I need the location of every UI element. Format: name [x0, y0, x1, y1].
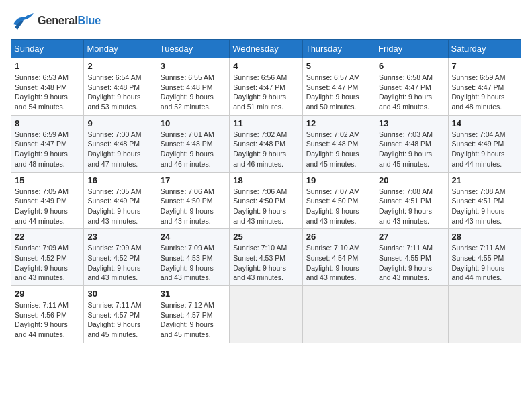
calendar-cell: 29Sunrise: 7:11 AMSunset: 4:56 PMDayligh… — [11, 286, 84, 343]
day-info: Sunrise: 7:11 AMSunset: 4:55 PMDaylight:… — [379, 243, 444, 283]
calendar-cell — [230, 286, 302, 343]
calendar-cell: 8Sunrise: 6:59 AMSunset: 4:47 PMDaylight… — [11, 115, 84, 172]
weekday-header-wednesday: Wednesday — [230, 40, 302, 58]
day-number: 27 — [379, 232, 444, 242]
calendar-cell: 5Sunrise: 6:57 AMSunset: 4:47 PMDaylight… — [302, 58, 375, 116]
weekday-header-monday: Monday — [84, 40, 157, 58]
day-number: 17 — [161, 175, 226, 185]
day-number: 4 — [233, 61, 298, 71]
day-info: Sunrise: 7:08 AMSunset: 4:51 PMDaylight:… — [379, 187, 444, 226]
calendar-cell — [375, 286, 448, 343]
day-info: Sunrise: 6:57 AMSunset: 4:47 PMDaylight:… — [306, 73, 371, 112]
calendar-week-2: 8Sunrise: 6:59 AMSunset: 4:47 PMDaylight… — [11, 115, 521, 172]
calendar-week-3: 15Sunrise: 7:05 AMSunset: 4:49 PMDayligh… — [11, 172, 521, 229]
calendar-cell: 22Sunrise: 7:09 AMSunset: 4:52 PMDayligh… — [11, 229, 84, 286]
calendar: SundayMondayTuesdayWednesdayThursdayFrid… — [11, 39, 521, 343]
logo-text: GeneralBlue — [38, 15, 101, 27]
day-number: 31 — [161, 289, 226, 299]
calendar-cell: 30Sunrise: 7:11 AMSunset: 4:57 PMDayligh… — [84, 286, 157, 343]
day-info: Sunrise: 7:11 AMSunset: 4:57 PMDaylight:… — [87, 300, 152, 340]
calendar-cell: 14Sunrise: 7:04 AMSunset: 4:49 PMDayligh… — [448, 115, 521, 172]
calendar-cell: 20Sunrise: 7:08 AMSunset: 4:51 PMDayligh… — [375, 172, 448, 229]
header: GeneralBlue — [11, 11, 521, 31]
weekday-header-friday: Friday — [375, 40, 448, 58]
calendar-cell: 31Sunrise: 7:12 AMSunset: 4:57 PMDayligh… — [157, 286, 229, 343]
day-info: Sunrise: 7:02 AMSunset: 4:48 PMDaylight:… — [233, 130, 298, 169]
calendar-cell: 23Sunrise: 7:09 AMSunset: 4:52 PMDayligh… — [84, 229, 157, 286]
weekday-header-sunday: Sunday — [11, 40, 84, 58]
day-info: Sunrise: 7:09 AMSunset: 4:52 PMDaylight:… — [15, 243, 80, 283]
day-info: Sunrise: 6:53 AMSunset: 4:48 PMDaylight:… — [15, 73, 80, 112]
day-info: Sunrise: 7:00 AMSunset: 4:48 PMDaylight:… — [87, 130, 152, 169]
day-info: Sunrise: 7:05 AMSunset: 4:49 PMDaylight:… — [15, 187, 80, 226]
day-number: 24 — [161, 232, 226, 242]
day-number: 26 — [306, 232, 371, 242]
calendar-cell: 27Sunrise: 7:11 AMSunset: 4:55 PMDayligh… — [375, 229, 448, 286]
calendar-cell: 3Sunrise: 6:55 AMSunset: 4:48 PMDaylight… — [157, 58, 229, 116]
weekday-header-saturday: Saturday — [448, 40, 521, 58]
calendar-cell: 25Sunrise: 7:10 AMSunset: 4:53 PMDayligh… — [230, 229, 302, 286]
calendar-cell: 6Sunrise: 6:58 AMSunset: 4:47 PMDaylight… — [375, 58, 448, 116]
day-number: 20 — [379, 175, 444, 185]
day-info: Sunrise: 6:56 AMSunset: 4:47 PMDaylight:… — [233, 73, 298, 112]
logo: GeneralBlue — [11, 11, 101, 31]
day-info: Sunrise: 7:12 AMSunset: 4:57 PMDaylight:… — [161, 300, 226, 340]
day-info: Sunrise: 7:09 AMSunset: 4:53 PMDaylight:… — [161, 243, 226, 283]
calendar-cell: 21Sunrise: 7:08 AMSunset: 4:51 PMDayligh… — [448, 172, 521, 229]
day-info: Sunrise: 6:55 AMSunset: 4:48 PMDaylight:… — [161, 73, 226, 112]
calendar-cell: 11Sunrise: 7:02 AMSunset: 4:48 PMDayligh… — [230, 115, 302, 172]
calendar-cell: 19Sunrise: 7:07 AMSunset: 4:50 PMDayligh… — [302, 172, 375, 229]
day-number: 1 — [15, 61, 80, 71]
calendar-week-5: 29Sunrise: 7:11 AMSunset: 4:56 PMDayligh… — [11, 286, 521, 343]
day-info: Sunrise: 7:10 AMSunset: 4:54 PMDaylight:… — [306, 243, 371, 283]
weekday-header-thursday: Thursday — [302, 40, 375, 58]
calendar-cell: 9Sunrise: 7:00 AMSunset: 4:48 PMDaylight… — [84, 115, 157, 172]
day-number: 10 — [161, 118, 226, 128]
calendar-cell: 1Sunrise: 6:53 AMSunset: 4:48 PMDaylight… — [11, 58, 84, 116]
day-info: Sunrise: 7:11 AMSunset: 4:55 PMDaylight:… — [452, 243, 517, 283]
calendar-cell: 24Sunrise: 7:09 AMSunset: 4:53 PMDayligh… — [157, 229, 229, 286]
day-number: 25 — [233, 232, 298, 242]
calendar-cell — [448, 286, 521, 343]
logo-icon — [11, 11, 35, 31]
day-number: 7 — [452, 61, 517, 71]
day-number: 30 — [87, 289, 152, 299]
day-number: 12 — [306, 118, 371, 128]
calendar-cell: 18Sunrise: 7:06 AMSunset: 4:50 PMDayligh… — [230, 172, 302, 229]
day-info: Sunrise: 7:04 AMSunset: 4:49 PMDaylight:… — [452, 130, 517, 169]
calendar-cell: 28Sunrise: 7:11 AMSunset: 4:55 PMDayligh… — [448, 229, 521, 286]
calendar-cell: 2Sunrise: 6:54 AMSunset: 4:48 PMDaylight… — [84, 58, 157, 116]
calendar-cell — [302, 286, 375, 343]
day-info: Sunrise: 6:59 AMSunset: 4:47 PMDaylight:… — [15, 130, 80, 169]
calendar-cell: 17Sunrise: 7:06 AMSunset: 4:50 PMDayligh… — [157, 172, 229, 229]
day-info: Sunrise: 7:03 AMSunset: 4:48 PMDaylight:… — [379, 130, 444, 169]
day-number: 18 — [233, 175, 298, 185]
calendar-cell: 4Sunrise: 6:56 AMSunset: 4:47 PMDaylight… — [230, 58, 302, 116]
day-number: 9 — [87, 118, 152, 128]
weekday-header-tuesday: Tuesday — [157, 40, 229, 58]
calendar-week-4: 22Sunrise: 7:09 AMSunset: 4:52 PMDayligh… — [11, 229, 521, 286]
calendar-week-1: 1Sunrise: 6:53 AMSunset: 4:48 PMDaylight… — [11, 58, 521, 116]
day-number: 13 — [379, 118, 444, 128]
calendar-cell: 26Sunrise: 7:10 AMSunset: 4:54 PMDayligh… — [302, 229, 375, 286]
day-number: 15 — [15, 175, 80, 185]
day-info: Sunrise: 7:05 AMSunset: 4:49 PMDaylight:… — [87, 187, 152, 226]
day-number: 3 — [161, 61, 226, 71]
day-info: Sunrise: 6:59 AMSunset: 4:47 PMDaylight:… — [452, 73, 517, 112]
day-info: Sunrise: 7:07 AMSunset: 4:50 PMDaylight:… — [306, 187, 371, 226]
day-number: 21 — [452, 175, 517, 185]
day-info: Sunrise: 7:11 AMSunset: 4:56 PMDaylight:… — [15, 300, 80, 340]
day-info: Sunrise: 7:08 AMSunset: 4:51 PMDaylight:… — [452, 187, 517, 226]
calendar-cell: 16Sunrise: 7:05 AMSunset: 4:49 PMDayligh… — [84, 172, 157, 229]
day-number: 19 — [306, 175, 371, 185]
day-info: Sunrise: 6:58 AMSunset: 4:47 PMDaylight:… — [379, 73, 444, 112]
day-info: Sunrise: 7:02 AMSunset: 4:48 PMDaylight:… — [306, 130, 371, 169]
day-number: 28 — [452, 232, 517, 242]
day-number: 2 — [87, 61, 152, 71]
day-number: 6 — [379, 61, 444, 71]
calendar-cell: 10Sunrise: 7:01 AMSunset: 4:48 PMDayligh… — [157, 115, 229, 172]
calendar-cell: 15Sunrise: 7:05 AMSunset: 4:49 PMDayligh… — [11, 172, 84, 229]
day-number: 5 — [306, 61, 371, 71]
day-info: Sunrise: 7:06 AMSunset: 4:50 PMDaylight:… — [161, 187, 226, 226]
day-info: Sunrise: 7:10 AMSunset: 4:53 PMDaylight:… — [233, 243, 298, 283]
